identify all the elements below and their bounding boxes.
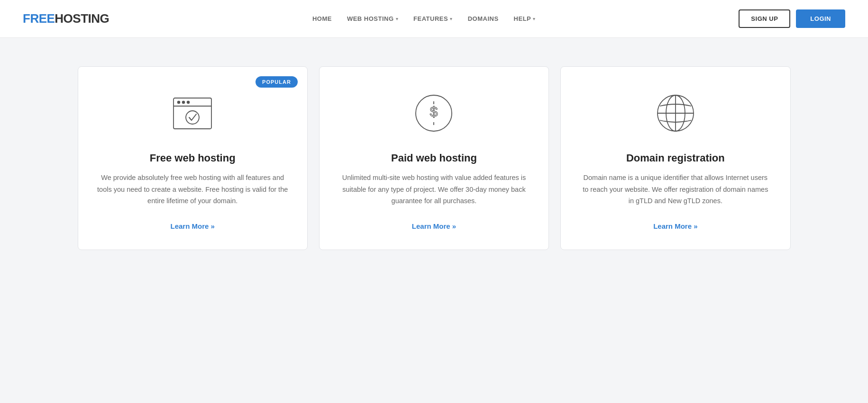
- main-nav: HOME WEB HOSTING ▾ FEATURES ▾ DOMAINS HE…: [312, 15, 536, 22]
- card-free-hosting: POPULAR Free web hosting We provide abso…: [78, 66, 308, 250]
- svg-point-3: [183, 101, 185, 103]
- card-paid-hosting-desc: Unlimited multi-site web hosting with va…: [338, 172, 530, 207]
- svg-point-2: [178, 101, 180, 103]
- cards-grid: POPULAR Free web hosting We provide abso…: [78, 66, 791, 250]
- dollar-circle-icon: $: [410, 90, 457, 137]
- login-button[interactable]: LOGIN: [796, 9, 845, 28]
- signup-button[interactable]: SIGN UP: [739, 9, 790, 28]
- nav-domains[interactable]: DOMAINS: [468, 15, 499, 22]
- card-paid-hosting-link[interactable]: Learn More »: [412, 222, 456, 230]
- card-domain-link[interactable]: Learn More »: [653, 222, 697, 230]
- card-paid-hosting: $ Paid web hosting Unlimited multi-site …: [319, 66, 549, 250]
- nav-home[interactable]: HOME: [312, 15, 332, 22]
- card-domain-desc: Domain name is a unique identifier that …: [580, 172, 771, 207]
- svg-text:$: $: [430, 104, 438, 119]
- chevron-down-icon: ▾: [396, 17, 399, 21]
- card-domain-registration: Domain registration Domain name is a uni…: [560, 66, 790, 250]
- popular-badge: POPULAR: [256, 76, 298, 88]
- chevron-down-icon: ▾: [450, 17, 453, 21]
- logo-hosting: HOSTING: [55, 11, 109, 26]
- nav-features[interactable]: FEATURES ▾: [413, 15, 453, 22]
- nav-web-hosting[interactable]: WEB HOSTING ▾: [347, 15, 398, 22]
- main-content: POPULAR Free web hosting We provide abso…: [55, 38, 813, 288]
- logo: FREEHOSTING: [23, 11, 109, 26]
- card-paid-hosting-title: Paid web hosting: [338, 152, 530, 164]
- svg-point-5: [186, 111, 199, 124]
- card-domain-title: Domain registration: [580, 152, 771, 164]
- nav-help[interactable]: HELP ▾: [514, 15, 536, 22]
- browser-check-icon: [169, 90, 216, 137]
- card-free-hosting-title: Free web hosting: [97, 152, 288, 164]
- globe-icon: [652, 90, 699, 137]
- header: FREEHOSTING HOME WEB HOSTING ▾ FEATURES …: [0, 0, 868, 38]
- card-free-hosting-link[interactable]: Learn More »: [170, 222, 214, 230]
- svg-point-4: [187, 101, 190, 103]
- logo-free: FREE: [23, 11, 55, 26]
- card-free-hosting-desc: We provide absolutely free web hosting w…: [97, 172, 288, 207]
- chevron-down-icon: ▾: [533, 17, 536, 21]
- header-buttons: SIGN UP LOGIN: [739, 9, 845, 28]
